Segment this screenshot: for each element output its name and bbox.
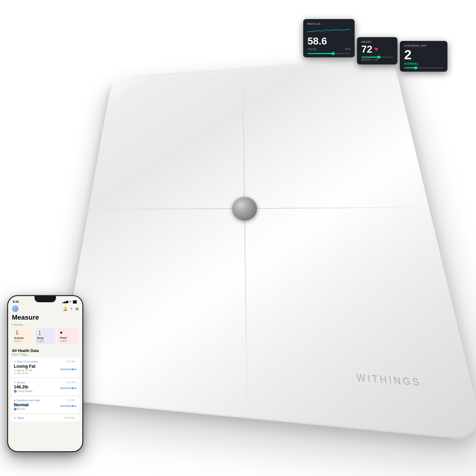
heart-rate-row[interactable]: ♥ Standing Heart Rate 7:42 AM › Normal <box>11 396 80 413</box>
body-comp-chevron: › <box>76 360 77 363</box>
heart-count: 1 of 6 <box>60 340 67 342</box>
health-rows: ✦ Body Composition 7:42 AM › Losing Fat <box>8 358 82 413</box>
svg-point-19 <box>72 388 73 389</box>
muscle-sparkline <box>307 27 350 34</box>
heart-label: HEART <box>361 40 393 43</box>
header-icons: 🔔 + ⊞ <box>63 306 79 311</box>
visceral-value: 2 <box>404 48 443 61</box>
svg-point-2 <box>63 369 65 370</box>
svg-point-13 <box>63 388 65 389</box>
heart-sublabel: WEIGHT – LB <box>361 58 393 61</box>
svg-point-22 <box>60 405 62 407</box>
scale-line-vertical <box>242 70 248 418</box>
heart-value: 72 <box>361 44 373 54</box>
phone-mockup: 9:41 ▂▄▆ ≋ ▐█▌ 🔔 + ⊞ Measure <box>7 295 83 452</box>
svg-point-30 <box>72 405 73 407</box>
svg-point-17 <box>69 388 70 389</box>
body-label: Body <box>37 337 44 340</box>
following-cards: 🏃 Activity 2 of 3 🚶 Body 3 of 5 ♥ Heart … <box>12 328 79 344</box>
health-data-header: All Health Data Past 7 Days <box>8 347 82 358</box>
svg-point-11 <box>60 388 62 389</box>
heart-rate-chevron: › <box>76 399 77 402</box>
weight-row[interactable]: ✦ Weight 7:42 AM › 146.2lb ✓ <box>11 378 80 395</box>
brand-text: WITHINGS <box>356 372 423 389</box>
wifi-icon: ≋ <box>69 300 71 303</box>
steps-row[interactable]: ✦ Steps Yesterday › <box>11 414 80 422</box>
body-comp-icon: ✦ <box>14 360 16 363</box>
svg-point-6 <box>69 369 70 370</box>
signal-icon: ▂▄▆ <box>62 300 68 303</box>
svg-point-32 <box>75 405 76 407</box>
status-icons: ▂▄▆ ≋ ▐█▌ <box>62 300 78 303</box>
body-composition-row[interactable]: ✦ Body Composition 7:42 AM › Losing Fat <box>11 358 80 377</box>
phone-screen: 9:41 ▂▄▆ ≋ ▐█▌ 🔔 + ⊞ Measure <box>8 296 82 451</box>
following-card-activity[interactable]: 🏃 Activity 2 of 3 <box>12 328 33 344</box>
heart-icon: ♥ <box>374 46 378 53</box>
visceral-card: VISCERAL FAT 2 NORMAL <box>400 41 447 72</box>
following-label: Following <box>12 323 79 326</box>
body-comp-chart <box>60 367 77 372</box>
heart-rate-chart <box>60 404 77 409</box>
body-comp-fat: ⊙ Fat: 12.4% <box>14 372 35 374</box>
visceral-status: NORMAL <box>404 62 443 66</box>
status-time: 9:41 <box>13 300 19 304</box>
app-title: Measure <box>12 314 79 321</box>
heart-card: HEART 72 ♥ WEIGHT – LB <box>357 37 397 65</box>
notification-icon[interactable]: 🔔 <box>63 306 68 311</box>
heart-follow-icon: ♥ <box>60 330 63 335</box>
muscle-label: MUSCLE – <box>307 22 350 25</box>
health-data-title: All Health Data <box>12 349 79 353</box>
phone-notch <box>34 296 56 302</box>
svg-point-10 <box>75 369 76 370</box>
body-comp-value: Losing Fat <box>14 364 35 369</box>
activity-label: Activity <box>14 337 24 340</box>
scale-center-knob <box>232 197 257 221</box>
body-comp-time: 7:42 AM <box>66 360 75 363</box>
trend-value: – 0.3 <box>343 47 350 51</box>
scale-line-horizontal <box>88 207 429 210</box>
trend-label: TREND <box>307 48 317 51</box>
heart-rate-icon: ♥ <box>14 399 16 402</box>
following-card-heart[interactable]: ♥ Heart 1 of 6 <box>58 328 79 344</box>
body-count: 3 of 5 <box>37 340 44 342</box>
title-section: Measure <box>8 314 82 323</box>
add-icon[interactable]: + <box>70 306 73 311</box>
svg-point-0 <box>60 369 62 370</box>
bookmark-icon[interactable]: ⊞ <box>75 306 79 311</box>
app-header: 🔔 + ⊞ <box>8 305 82 314</box>
body-comp-type: Body Composition <box>17 360 38 363</box>
svg-point-21 <box>75 388 76 389</box>
weight-status: ✓ Losing Weight <box>14 390 32 393</box>
weight-value: 146.2lb <box>14 385 32 390</box>
heart-label-card: Heart <box>60 336 67 339</box>
heart-rate-status: ✓ 85 bpm <box>14 408 29 410</box>
svg-point-15 <box>66 388 68 389</box>
muscle-card: MUSCLE – 58.6 TREND – 0.3 <box>303 19 355 57</box>
body-comp-muscle: ⊙ Muscle: 73.3% <box>14 369 35 372</box>
weight-icon: ✦ <box>14 381 16 384</box>
health-data-subtitle: Past 7 Days <box>12 353 79 356</box>
weight-type: Weight <box>17 381 25 384</box>
steps-icon: ✦ <box>14 416 16 420</box>
battery-icon: ▐█▌ <box>72 300 78 303</box>
heart-rate-value: Normal <box>14 403 29 408</box>
following-section: Following 🏃 Activity 2 of 3 🚶 Body 3 of … <box>8 323 82 347</box>
activity-icon: 🏃 <box>14 330 19 336</box>
activity-count: 2 of 3 <box>14 340 21 342</box>
steps-label: Steps <box>17 416 24 420</box>
weight-chart <box>60 386 77 391</box>
avatar <box>12 305 18 312</box>
muscle-value: 58.6 <box>307 36 327 46</box>
body-icon: 🚶 <box>37 330 42 336</box>
steps-chevron: › <box>76 416 77 419</box>
svg-point-24 <box>63 405 65 407</box>
scale-body: WITHINGS <box>54 59 476 442</box>
svg-point-28 <box>69 405 70 407</box>
heart-rate-time: 7:42 AM <box>66 399 75 402</box>
following-card-body[interactable]: 🚶 Body 3 of 5 <box>35 328 56 344</box>
data-cards-group: MUSCLE – 58.6 TREND – 0.3 HEART 72 ♥ WEI… <box>303 19 447 72</box>
steps-time: Yesterday <box>65 416 75 419</box>
weight-chevron: › <box>76 381 77 384</box>
visceral-label: VISCERAL FAT <box>404 44 443 47</box>
svg-point-26 <box>66 405 68 407</box>
